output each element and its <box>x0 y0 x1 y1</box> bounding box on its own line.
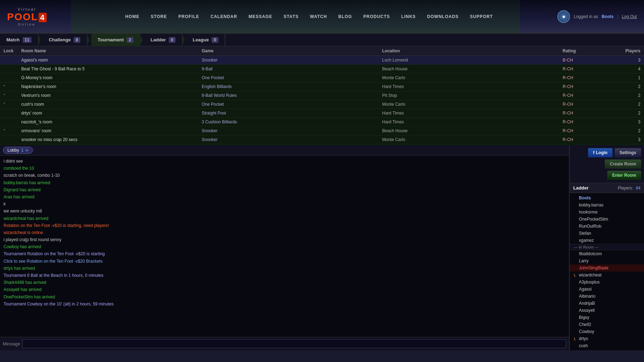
list-item[interactable]: Albinario <box>570 293 644 300</box>
list-item[interactable]: Lwizardcheat <box>570 272 644 279</box>
table-row[interactable]: Agassi's room Snooker Loch Lomond B-CH 3 <box>0 56 644 65</box>
room-rating-cell: R-CH <box>563 93 605 98</box>
list-item[interactable]: AndrijaB <box>570 300 644 307</box>
chat-message: Click to see Rotation on the Ten Foot -v… <box>4 258 565 265</box>
room-list: Lock Room Name Game Location Rating Play… <box>0 46 644 145</box>
settings-button[interactable]: Settings <box>615 148 641 157</box>
room-rating-cell: B-CH <box>563 58 605 63</box>
table-row[interactable]: * cush's room One Pocket Monte Carlo R-C… <box>0 100 644 109</box>
list-item[interactable]: 9balldotcom <box>570 250 644 257</box>
list-item[interactable]: cush <box>570 342 644 349</box>
chat-input[interactable] <box>22 339 566 348</box>
room-players-cell: 2 <box>605 128 640 133</box>
msg-text: we were unlucky m8 <box>4 209 42 214</box>
tab-match[interactable]: Match 11 <box>0 34 38 46</box>
table-row[interactable]: * ormsvans' room Snooker Beach House R-C… <box>0 127 644 135</box>
list-item[interactable]: bobby.barras <box>570 202 644 209</box>
room-players-cell: 2 <box>605 102 640 107</box>
list-item[interactable]: xgamez <box>570 237 644 244</box>
ladder-section-header: — In Room — <box>570 244 644 250</box>
col-game: Game <box>202 48 382 53</box>
tab-tournament[interactable]: Tournament 2 <box>91 34 140 46</box>
tab-challenge[interactable]: Challenge 8 <box>42 34 87 46</box>
room-lock: * <box>4 84 21 89</box>
list-item[interactable]: Agassi <box>570 286 644 293</box>
chat-message: Tournament Rotation on the Ten Foot -v$2… <box>4 251 565 257</box>
nav-links[interactable]: LINKS <box>399 13 418 21</box>
create-room-button[interactable]: Create Room <box>605 159 641 169</box>
list-item[interactable]: Stefan <box>570 230 644 237</box>
tab-ladder[interactable]: Ladder 0 <box>144 34 182 46</box>
list-item[interactable]: JohnSlingBlade <box>570 264 644 272</box>
room-location-cell: Beach House <box>382 128 563 133</box>
username-display: Boots <box>602 14 614 19</box>
list-item[interactable]: hooksrme <box>570 209 644 216</box>
enter-room-button[interactable]: Enter Room <box>607 171 641 180</box>
chat-tabs: Lobby 1 ⟳ <box>0 145 569 156</box>
nav-watch[interactable]: WATCH <box>308 13 329 21</box>
room-lock <box>4 66 21 71</box>
msg-text: comboed the 10 <box>4 166 34 171</box>
list-item[interactable]: Cowboy <box>570 328 644 335</box>
nav-blog[interactable]: BLOG <box>336 13 354 21</box>
chat-message: OnePocketSlim has arrived <box>4 294 565 300</box>
refresh-icon[interactable]: ⟳ <box>25 148 28 152</box>
tab-league[interactable]: League 0 <box>186 34 225 46</box>
list-item[interactable]: Ldrtys <box>570 335 644 342</box>
list-item[interactable]: RunOutRob <box>570 223 644 230</box>
nav-message[interactable]: MESSAGE <box>246 13 274 21</box>
room-lock <box>4 111 21 116</box>
list-item[interactable]: Cheif2 <box>570 321 644 328</box>
room-rating-cell: R-CH <box>563 84 605 89</box>
list-item[interactable]: Boots <box>570 194 644 202</box>
nav-home[interactable]: HOME <box>123 13 142 21</box>
room-game-cell: Snooker <box>202 128 382 133</box>
table-row[interactable]: nazototi_'s room 3 Cushion Billiards Har… <box>0 118 644 127</box>
col-players: Players <box>605 48 640 53</box>
room-location-cell: Beach House <box>382 66 563 71</box>
room-lock: * <box>4 128 21 133</box>
nav-store[interactable]: STORE <box>149 13 169 21</box>
list-item[interactable]: Bigsy <box>570 314 644 321</box>
list-item[interactable]: Assayell <box>570 307 644 314</box>
nav-calendar[interactable]: CALENDAR <box>208 13 239 21</box>
col-location: Location <box>382 48 563 53</box>
chat-message: comboed the 10 <box>4 165 565 172</box>
room-lock: * <box>4 93 21 98</box>
chat-message: wizardcheat has arrived <box>4 215 565 222</box>
chat-message: wizardcheat is online. <box>4 229 565 236</box>
table-row[interactable]: G-Money's room One Pocket Monte Carlo R-… <box>0 74 644 82</box>
nav-profile[interactable]: PROFILE <box>176 13 201 21</box>
fb-icon: f <box>593 150 594 155</box>
table-row[interactable]: Beat The Ghost - 9 Ball Race to 5 9-Ball… <box>0 65 644 74</box>
login-button[interactable]: f Login <box>588 148 613 157</box>
ladder-player-name: Cheif2 <box>579 322 591 327</box>
list-item[interactable]: OnePocketSlim <box>570 216 644 223</box>
nav-products[interactable]: PRODUCTS <box>361 13 392 21</box>
table-row[interactable]: drtys' room Straight Pool Hard Times R-C… <box>0 109 644 118</box>
msg-text: Assayell has arrived <box>4 287 41 292</box>
msg-text: wizardcheat is online. <box>4 230 44 235</box>
msg-text: Click to see Rotation on the Ten Foot -v… <box>4 259 103 264</box>
table-row[interactable]: * Vextrum's room 8-Ball World Rules Pit … <box>0 91 644 100</box>
room-game-cell: 8-Ball World Rules <box>202 93 382 98</box>
list-item[interactable]: Larry <box>570 257 644 264</box>
list-item[interactable]: davidMC1982 <box>570 349 644 350</box>
chat-message: drtys has arrived <box>4 265 565 272</box>
logo-virtual: Virtual <box>18 7 36 11</box>
ladder-player-name: cush <box>579 343 588 348</box>
room-name-cell: Napknicker's room <box>21 84 202 89</box>
room-lock <box>4 119 21 124</box>
logout-button[interactable]: Log Out <box>622 14 637 19</box>
room-players-cell: 3 <box>605 119 640 124</box>
table-row[interactable]: * Napknicker's room English Billiards Ha… <box>0 82 644 91</box>
room-game-cell: English Billiards <box>202 84 382 89</box>
nav-downloads[interactable]: DOWNLOADS <box>425 13 461 21</box>
table-row[interactable]: snooker no miss crap 20 secs Snooker Mon… <box>0 135 644 144</box>
nav-support[interactable]: SUPPORT <box>468 13 495 21</box>
nav-stats[interactable]: STATS <box>281 13 301 21</box>
room-rating-cell: R-CH <box>563 75 605 80</box>
list-item[interactable]: A3plusplus <box>570 279 644 286</box>
chat-tab-lobby[interactable]: Lobby 1 ⟳ <box>3 147 33 154</box>
room-location-cell: Hard Times <box>382 111 563 116</box>
